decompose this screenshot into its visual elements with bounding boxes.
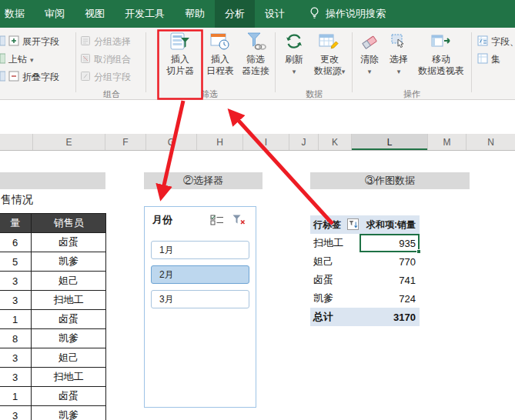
cell-qty[interactable]: 5 — [0, 252, 32, 272]
change-source-label-1: 更改 — [320, 54, 339, 65]
column-header-partial[interactable] — [0, 134, 33, 150]
select-button[interactable]: 选择 — [385, 31, 413, 78]
tab-help[interactable]: 帮助 — [175, 0, 215, 28]
group-selection-icon — [80, 35, 91, 48]
pivot-value-header[interactable]: 求和项:销量 — [359, 218, 420, 232]
pivot-row-label[interactable]: 卤蛋 — [310, 271, 359, 289]
tab-design[interactable]: 设计 — [255, 0, 295, 28]
pivot-row-value[interactable]: 770 — [359, 256, 420, 268]
column-header-N[interactable]: N — [467, 134, 515, 150]
change-data-source-button[interactable]: 更改 数据源 — [310, 31, 349, 78]
slicer-item-feb-selected[interactable]: 2月 — [151, 265, 249, 284]
tab-data[interactable]: 数据 — [0, 0, 35, 28]
cell-person[interactable]: 凯爹 — [32, 406, 106, 420]
column-header-E[interactable]: E — [33, 134, 105, 150]
cell-person[interactable]: 凯爹 — [32, 329, 106, 348]
cell-qty[interactable]: 8 — [0, 329, 32, 348]
collapse-field-label: 折叠字段 — [22, 71, 59, 84]
group-group-caption: 组合 — [80, 88, 143, 100]
group-divider — [145, 32, 146, 92]
column-header-K[interactable]: K — [319, 134, 352, 150]
ungroup-label: 取消组合 — [94, 53, 131, 66]
group-selection-label: 分组选择 — [94, 35, 131, 48]
cell-qty[interactable]: 1 — [0, 310, 32, 329]
cropped-icon — [0, 35, 5, 49]
pivot-total-label[interactable]: 总计 — [310, 308, 359, 326]
pivot-data-row: 凯爹 724 — [310, 289, 420, 308]
cell-person[interactable]: 卤蛋 — [32, 233, 106, 252]
eraser-icon — [360, 31, 379, 52]
cell-qty[interactable]: 3 — [0, 368, 32, 387]
fields-items-sets-label: 字段、 — [491, 35, 515, 48]
pivot-row-label[interactable]: 妲己 — [310, 252, 359, 271]
tab-analyze[interactable]: 分析 — [215, 0, 255, 28]
group-divider — [275, 32, 276, 92]
column-header-M[interactable]: M — [428, 134, 467, 150]
cell-qty[interactable]: 3 — [0, 291, 32, 310]
collapse-field-button[interactable]: 折叠字段 — [0, 69, 59, 85]
cell-person[interactable]: 卤蛋 — [32, 310, 106, 329]
move-pivottable-button[interactable]: 移动 数据透视表 — [414, 31, 468, 77]
tab-developer[interactable]: 开发工具 — [115, 0, 175, 28]
tell-me-search[interactable]: 操作说明搜索 — [301, 0, 393, 28]
ungroup-icon — [80, 53, 91, 66]
fields-items-sets-icon — [477, 35, 488, 48]
slicer-item-mar[interactable]: 3月 — [151, 290, 249, 308]
insert-slicer-label-1: 插入 — [171, 54, 189, 65]
column-header-J[interactable]: J — [289, 134, 319, 150]
column-header-I[interactable]: I — [243, 134, 289, 150]
pivot-data-row: 卤蛋 741 — [310, 271, 420, 289]
table-row: 1卤蛋 — [0, 387, 106, 406]
refresh-button[interactable]: 刷新 — [279, 31, 309, 78]
cell-qty[interactable]: 6 — [0, 233, 32, 252]
tab-review[interactable]: 审阅 — [35, 0, 75, 28]
actions-group-caption: 操作 — [354, 88, 470, 100]
cell-person[interactable]: 凯爹 — [32, 252, 106, 272]
cell-qty[interactable]: 3 — [0, 406, 32, 420]
clear-filter-icon[interactable] — [231, 213, 246, 226]
fill-handle[interactable] — [416, 249, 421, 254]
active-cell-selection-border — [359, 234, 420, 252]
cell-qty[interactable]: 3 — [0, 348, 32, 368]
insert-timeline-button[interactable]: 插入 日程表 — [202, 31, 238, 77]
sales-header-person[interactable]: 销售员 — [32, 214, 106, 233]
pivot-row-label[interactable]: 扫地工 — [310, 234, 359, 252]
sets-button[interactable]: 集 — [477, 52, 500, 67]
column-header-H[interactable]: H — [197, 134, 243, 150]
pivot-row-value[interactable]: 724 — [359, 293, 420, 305]
row-labels-filter-dropdown[interactable] — [347, 218, 359, 232]
cell-person[interactable]: 卤蛋 — [32, 387, 106, 406]
drill-up-button[interactable]: 上钻 — [0, 52, 34, 67]
fields-items-sets-button[interactable]: 字段、 — [477, 34, 515, 49]
insert-slicer-label-2: 切片器 — [166, 65, 194, 77]
group-divider — [471, 32, 472, 92]
expand-field-button[interactable]: 展开字段 — [0, 34, 59, 49]
clear-button[interactable]: 清除 — [356, 31, 383, 78]
tab-view[interactable]: 视图 — [75, 0, 115, 28]
pivot-row-value[interactable]: 741 — [359, 275, 420, 286]
refresh-label: 刷新 — [285, 54, 303, 65]
column-header-G[interactable]: G — [146, 134, 197, 150]
multi-select-icon[interactable] — [209, 213, 225, 226]
cell-person[interactable]: 妲己 — [32, 348, 106, 368]
cell-person[interactable]: 扫地工 — [32, 291, 106, 310]
table-row: 8凯爹 — [0, 329, 106, 348]
sales-header-qty[interactable]: 量 — [0, 214, 32, 233]
cell-qty[interactable]: 3 — [0, 272, 32, 291]
filter-connections-icon — [245, 31, 266, 52]
tell-me-label: 操作说明搜索 — [326, 7, 386, 21]
column-header-F[interactable]: F — [105, 134, 146, 150]
cell-person[interactable]: 扫地工 — [32, 368, 106, 387]
slicer-item-jan[interactable]: 1月 — [151, 241, 249, 259]
pivot-row-label[interactable]: 凯爹 — [310, 289, 359, 308]
insert-slicer-button[interactable]: 插入 切片器 — [159, 31, 201, 77]
column-header-L-selected[interactable]: L — [352, 134, 428, 150]
filter-connections-button[interactable]: 筛选 器连接 — [238, 31, 273, 77]
pivot-row-label-header[interactable]: 行标签 — [310, 215, 359, 234]
pivot-total-value[interactable]: 3170 — [359, 312, 420, 323]
cell-qty[interactable]: 1 — [0, 387, 32, 406]
filter-group-caption: 筛选 — [148, 88, 271, 100]
select-icon — [390, 31, 408, 52]
cell-person[interactable]: 妲己 — [32, 272, 106, 291]
sets-icon — [477, 53, 488, 66]
